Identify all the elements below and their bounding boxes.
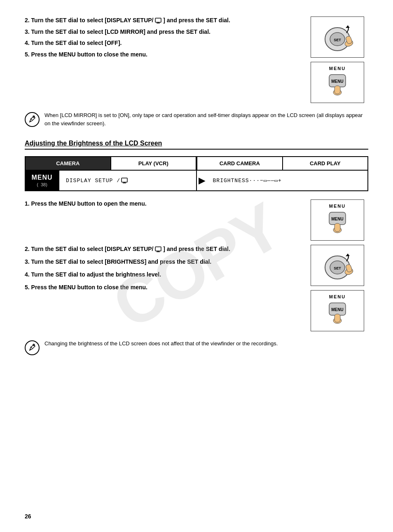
- note-icon-bottom: [25, 340, 40, 355]
- display-icon-2: [155, 246, 161, 252]
- menu-label-1: MENU: [329, 204, 346, 209]
- set-dial-svg-bottom: SET: [317, 249, 358, 282]
- note-text-top: When [LCD MIRROR] is set to [ON], only t…: [44, 111, 368, 127]
- display-icon: [155, 18, 161, 23]
- tab-card-play[interactable]: CARD PLAY: [283, 157, 368, 170]
- instr-image-menu-1: MENU MENU: [311, 199, 368, 241]
- menu-button-image-top: MENU MENU: [311, 62, 364, 103]
- note-pencil-icon: [25, 112, 40, 127]
- set-dial-image-top: SET: [311, 16, 364, 58]
- svg-marker-6: [346, 26, 350, 28]
- steps-2-3-text: 2. Turn the SET dial to select [DISPLAY …: [25, 245, 302, 296]
- step-1-bottom: 1. Press the MENU button to open the men…: [25, 199, 302, 208]
- step-5-bottom: 5. Press the MENU button to close the me…: [25, 283, 302, 292]
- svg-text:SET: SET: [334, 266, 341, 270]
- set-dial-svg: SET: [317, 21, 358, 54]
- note-icon-top: [25, 112, 40, 127]
- bottom-instructions: 1. Press the MENU button to open the men…: [25, 199, 368, 331]
- top-images: SET MENU MENU: [311, 16, 368, 103]
- top-section: 2. Turn the SET dial to select [DISPLAY …: [25, 16, 368, 103]
- svg-rect-0: [155, 18, 161, 22]
- menu-sub-label: ( 38): [37, 182, 47, 187]
- menu-brightness: BRIGHTNESS···−▭——▭+: [206, 171, 367, 190]
- svg-marker-28: [346, 254, 350, 256]
- menu-button-image-1: MENU MENU: [311, 199, 364, 241]
- svg-rect-12: [335, 86, 340, 94]
- steps-2-3-row: 2. Turn the SET dial to select [DISPLAY …: [25, 245, 368, 331]
- note-top: When [LCD MIRROR] is set to [ON], only t…: [25, 111, 368, 127]
- menu-button-image-bottom: MENU MENU: [311, 290, 364, 331]
- step-4-top: 4. Turn the SET dial to select [OFF].: [25, 39, 302, 47]
- svg-text:MENU: MENU: [331, 217, 343, 221]
- svg-rect-34: [335, 314, 340, 322]
- note-pencil-icon-bottom: [25, 340, 40, 355]
- step-5-top: 5. Press the MENU button to close the me…: [25, 51, 302, 59]
- step-3-top: 3. Turn the SET dial to select [LCD MIRR…: [25, 28, 302, 36]
- tab-bar: CAMERA PLAY (VCR) CARD CAMERA CARD PLAY: [25, 156, 368, 171]
- svg-text:MENU: MENU: [331, 79, 343, 84]
- tab-play-vcr[interactable]: PLAY (VCR): [111, 157, 197, 170]
- svg-rect-21: [335, 223, 340, 232]
- menu-display-setup: DISPLAY SETUP /: [58, 171, 197, 190]
- step-4-bottom: 4. Turn the SET dial to adjust the brigh…: [25, 270, 302, 279]
- menu-button-svg-1: MENU: [323, 210, 352, 237]
- svg-rect-22: [155, 247, 161, 251]
- page-number: 26: [25, 513, 31, 520]
- step-2-top: 2. Turn the SET dial to select [DISPLAY …: [25, 16, 302, 25]
- note-text-bottom: Changing the brightness of the LCD scree…: [44, 340, 278, 348]
- menu-label-top: MENU: [329, 66, 346, 71]
- menu-arrow: ▶: [197, 171, 206, 190]
- top-instructions: 2. Turn the SET dial to select [DISPLAY …: [25, 16, 302, 103]
- step-3-bottom: 3. Turn the SET dial to select [BRIGHTNE…: [25, 258, 302, 266]
- menu-diagram: MENU ( 38) DISPLAY SETUP / ▶ BRIGHTNESS·…: [25, 171, 368, 191]
- menu-button-svg-top: MENU: [323, 73, 352, 99]
- menu-button-svg-bottom: MENU: [323, 301, 352, 328]
- svg-text:MENU: MENU: [331, 307, 343, 312]
- section-title: Adjusting the Brightness of the LCD Scre…: [25, 140, 368, 150]
- tab-card-camera[interactable]: CARD CAMERA: [196, 157, 283, 170]
- set-dial-image-bottom: SET: [311, 245, 364, 286]
- menu-diagram-label: MENU ( 38): [26, 171, 58, 190]
- svg-text:SET: SET: [334, 38, 341, 42]
- instr-row: 1. Press the MENU button to open the men…: [25, 199, 368, 241]
- steps-2-3-images: SET MENU MENU: [311, 245, 368, 331]
- menu-label-bottom: MENU: [329, 294, 346, 299]
- step-2-bottom: 2. Turn the SET dial to select [DISPLAY …: [25, 245, 302, 253]
- note-bottom: Changing the brightness of the LCD scree…: [25, 340, 368, 355]
- display-setup-icon: [121, 178, 128, 183]
- svg-rect-15: [122, 178, 127, 182]
- instr-text: 1. Press the MENU button to open the men…: [25, 199, 302, 212]
- menu-word: MENU: [31, 174, 52, 181]
- tab-camera[interactable]: CAMERA: [26, 157, 111, 170]
